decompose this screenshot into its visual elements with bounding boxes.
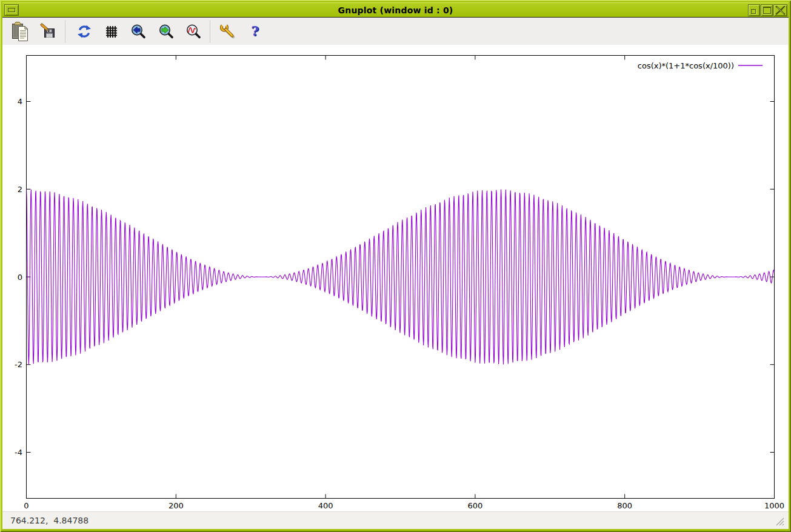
configure-button[interactable] bbox=[218, 20, 238, 43]
y-tick-label: 0 bbox=[18, 273, 22, 282]
x-tick-label: 600 bbox=[467, 501, 482, 510]
grid-icon bbox=[104, 24, 119, 39]
legend-label: cos(x)*(1+1*cos(x/100)) bbox=[638, 61, 734, 70]
replot-button[interactable] bbox=[75, 20, 94, 43]
autoscale-icon bbox=[185, 24, 201, 39]
resize-grip-icon[interactable] bbox=[773, 515, 786, 527]
window-menu-button[interactable] bbox=[4, 4, 19, 16]
titlebar[interactable]: Gnuplot (window id : 0) bbox=[2, 2, 789, 17]
window-controls bbox=[747, 4, 787, 16]
zoom-next-icon bbox=[158, 24, 174, 39]
window-menu-icon bbox=[8, 8, 15, 12]
maximize-icon bbox=[763, 7, 771, 14]
toggle-grid-button[interactable] bbox=[102, 20, 121, 43]
y-tick-label: 4 bbox=[18, 97, 22, 106]
toolbar: ? ? bbox=[2, 18, 789, 45]
copy-to-clipboard-button[interactable] bbox=[11, 20, 30, 43]
wrench-icon bbox=[220, 24, 236, 39]
plot-area[interactable]: 02004006008001000-4-2024cos(x)*(1+1*cos(… bbox=[2, 45, 789, 512]
help-button[interactable]: ? ? bbox=[245, 20, 265, 43]
x-tick-label: 1000 bbox=[764, 501, 784, 510]
help-icon: ? ? bbox=[247, 24, 263, 39]
replot-icon bbox=[76, 24, 92, 39]
export-file-icon bbox=[40, 23, 57, 40]
minimize-button[interactable] bbox=[748, 4, 760, 16]
x-tick-label: 0 bbox=[24, 501, 28, 510]
window-title: Gnuplot (window id : 0) bbox=[2, 3, 789, 18]
x-tick-label: 400 bbox=[318, 501, 333, 510]
statusbar: 764.212, 4.84788 bbox=[2, 511, 789, 529]
autoscale-button[interactable] bbox=[184, 20, 203, 43]
next-zoom-button[interactable] bbox=[156, 20, 176, 43]
export-to-file-button[interactable] bbox=[39, 20, 58, 43]
y-tick-label: -2 bbox=[15, 360, 22, 369]
gnuplot-window: Gnuplot (window id : 0) bbox=[0, 0, 791, 532]
x-tick-label: 800 bbox=[617, 501, 632, 510]
function-curve bbox=[27, 189, 775, 364]
x-tick-label: 200 bbox=[169, 501, 184, 510]
mouse-coordinates: 764.212, 4.84788 bbox=[10, 516, 88, 525]
y-tick-label: 2 bbox=[18, 185, 22, 194]
minimize-icon bbox=[751, 9, 756, 14]
svg-text:?: ? bbox=[251, 24, 259, 39]
close-icon bbox=[774, 5, 787, 16]
maximize-button[interactable] bbox=[761, 4, 773, 16]
previous-zoom-button[interactable] bbox=[128, 20, 148, 43]
client-area: ? ? 02004006008001000-4-2024cos(x)*(1+1*… bbox=[2, 17, 789, 529]
toolbar-separator bbox=[210, 20, 210, 43]
y-tick-label: -4 bbox=[15, 448, 22, 457]
close-button[interactable] bbox=[773, 4, 787, 16]
clipboard-copy-icon bbox=[11, 21, 30, 42]
toolbar-separator bbox=[65, 20, 65, 43]
plot-canvas: 02004006008001000-4-2024cos(x)*(1+1*cos(… bbox=[2, 45, 789, 511]
zoom-previous-icon bbox=[130, 24, 146, 39]
